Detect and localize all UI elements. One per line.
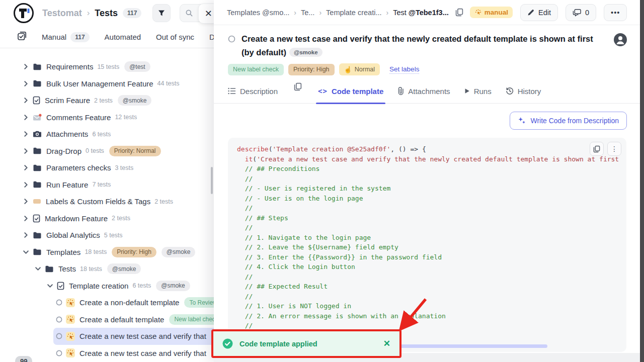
copy-icon: [593, 145, 600, 153]
tree-item-count: 44 tests: [157, 80, 180, 87]
chevron-right-icon[interactable]: [22, 148, 29, 154]
tree-item-label: Create a new test case and verify that: [79, 349, 206, 357]
tree-item-badge: @smoke: [107, 263, 141, 274]
copy-test-id-button[interactable]: [453, 6, 465, 19]
set-labels-link[interactable]: Set labels: [389, 65, 419, 74]
chevron-down-icon[interactable]: [46, 283, 53, 289]
bottom-count-badge: 99: [15, 356, 32, 362]
chevron-right-icon[interactable]: [22, 198, 29, 205]
crumb-template-creation[interactable]: Template creati...: [326, 9, 381, 17]
code-line: //: [237, 203, 617, 213]
chevron-right-icon[interactable]: [22, 80, 29, 87]
tab-attachments[interactable]: Attachments: [397, 84, 450, 104]
tab-history[interactable]: History: [506, 84, 541, 104]
folder-icon: [33, 180, 42, 189]
tree-item-label: Run Feature: [46, 180, 88, 189]
crumb-tests[interactable]: Te...: [301, 9, 314, 17]
filter-button[interactable]: [152, 4, 171, 22]
tab-description[interactable]: Description: [228, 84, 278, 104]
chevron-right-icon[interactable]: [22, 164, 29, 171]
manual-test-icon: [66, 315, 75, 324]
tree-item-badge: Priority: Normal: [109, 146, 161, 156]
tree-item-count: 12 tests: [115, 114, 137, 121]
tree-item-count: 6 tests: [92, 131, 111, 138]
tab-code-template[interactable]: <> Code template: [318, 84, 383, 104]
test-title-block: Create a new test case and verify that t…: [228, 32, 610, 59]
tests-count-badge: 117: [123, 8, 141, 18]
tree-item-count: 2 tests: [154, 198, 173, 205]
test-title: Create a new test case and verify that t…: [242, 32, 600, 59]
tree-item-label: Create a default template: [79, 315, 164, 324]
test-circle-icon[interactable]: [55, 299, 62, 306]
tree-item-badge: @test: [124, 61, 150, 72]
chevron-right-icon[interactable]: [22, 131, 29, 137]
more-actions-button[interactable]: •••: [604, 4, 627, 21]
manual-count-badge: 117: [70, 32, 89, 42]
tree-item-label: Template creation: [69, 282, 128, 290]
tree-item-label: Create a new test case and verify that: [79, 332, 206, 340]
tab-automated[interactable]: Automated: [105, 33, 141, 41]
tree-item-badge: @smoke: [156, 281, 190, 291]
testomat-logo-icon[interactable]: [13, 3, 34, 24]
chevron-right-icon[interactable]: [22, 97, 29, 104]
app-name[interactable]: Testomat: [42, 8, 82, 19]
tree-item-badge: Priority: High: [112, 247, 156, 257]
paperclip-icon: [397, 87, 404, 95]
copy-code-button[interactable]: [590, 142, 604, 156]
code-toolbar: ⋮: [590, 142, 621, 156]
manual-cursor-icon: [474, 9, 482, 16]
tab-out-of-sync[interactable]: Out of sync: [156, 33, 194, 41]
toast-code-template-applied: Code template applied ✕: [211, 329, 401, 358]
list-icon: [228, 87, 236, 95]
tab-manual[interactable]: Manual 117: [42, 32, 90, 42]
label-priority-high: Priority: High: [288, 64, 335, 75]
tree-item-count: 18 tests: [80, 265, 102, 273]
folder-icon: [33, 248, 42, 256]
tree-item-label: Markdown Feature: [45, 214, 108, 223]
tree-item-label: Requirements: [46, 62, 93, 71]
chevron-down-icon[interactable]: [22, 249, 29, 255]
toast-close-button[interactable]: ✕: [383, 338, 390, 349]
code-line: // ## Steps: [237, 213, 617, 223]
success-check-icon: [222, 338, 233, 349]
tree-item-count: 2 tests: [94, 97, 113, 104]
code-line: // ## Preconditions: [237, 164, 617, 174]
folder-icon: [33, 147, 42, 155]
screen-edge: [640, 0, 644, 362]
tree-item-badge: @smoke: [118, 95, 152, 106]
toast-message: Code template applied: [239, 340, 377, 348]
chevron-right-icon[interactable]: [22, 63, 29, 70]
tag-icon: [33, 198, 41, 205]
tree-item-badge: @smoke: [162, 247, 196, 257]
assignee-avatar[interactable]: [614, 33, 627, 48]
code-line: // - User is registered in the system: [237, 184, 617, 194]
tree-scrollbar[interactable]: [211, 167, 213, 194]
chevron-down-icon[interactable]: [34, 265, 41, 272]
chevron-right-icon[interactable]: [22, 114, 29, 121]
test-status-circle[interactable]: [228, 35, 235, 59]
test-circle-icon[interactable]: [55, 333, 62, 339]
write-code-from-description-button[interactable]: Write Code from Description: [510, 112, 627, 130]
test-circle-icon[interactable]: [55, 350, 62, 356]
code-line: // - User is on the login page: [237, 194, 617, 204]
chevron-right-icon[interactable]: [22, 232, 29, 238]
chevron-right-icon[interactable]: [22, 182, 29, 188]
code-more-button[interactable]: ⋮: [607, 142, 621, 156]
crumb-templates[interactable]: Templates @smo...: [227, 9, 289, 17]
tree-item-count: 6 tests: [132, 282, 151, 289]
copy-icon: [294, 82, 302, 91]
code-line: // ## Expected Result: [237, 282, 617, 292]
edit-button[interactable]: Edit: [520, 4, 558, 21]
tree-item-count: 0 tests: [86, 147, 104, 154]
test-circle-icon[interactable]: [55, 316, 62, 323]
code-line: // 3. Enter the {{Password}} in the pass…: [237, 252, 617, 262]
play-icon: [464, 88, 470, 94]
comments-button[interactable]: 0: [566, 4, 596, 21]
folder-icon: [33, 63, 42, 71]
select-all-icon[interactable]: [17, 31, 27, 43]
tab-runs[interactable]: Runs: [464, 84, 492, 104]
copy-description-button[interactable]: [292, 80, 304, 93]
chevron-right-icon[interactable]: [22, 215, 29, 222]
tree-item-count: 5 tests: [104, 232, 123, 239]
tree-item-label: Tests: [58, 264, 76, 273]
